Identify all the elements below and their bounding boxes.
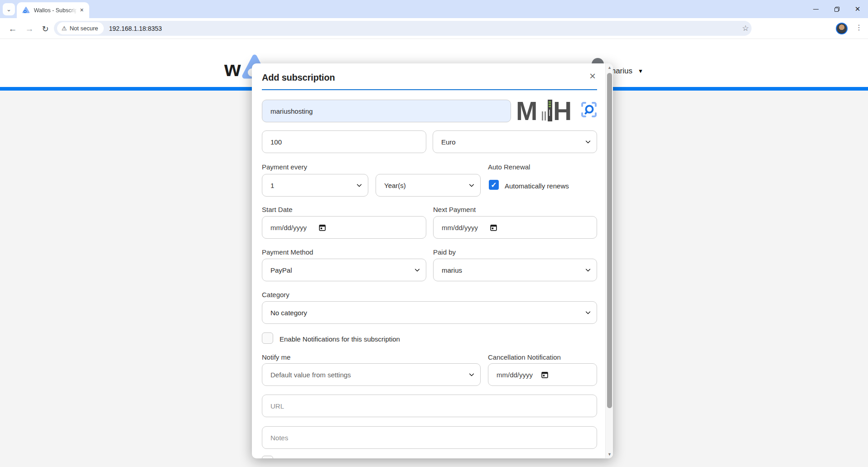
frequency-select[interactable]: 1 — [262, 174, 368, 197]
check-icon: ✓ — [491, 181, 497, 189]
restore-button[interactable] — [826, 0, 847, 18]
date-placeholder: mm/dd/yyyy — [442, 224, 478, 231]
subscription-name-input[interactable] — [262, 100, 511, 122]
browser-frame: ⌄ Wallos - Subscript × — ✕ — [0, 0, 868, 18]
modal-title-underline — [262, 89, 597, 90]
modal-title: Add subscription — [262, 72, 335, 83]
cancellation-date-input[interactable]: mm/dd/yyyy — [488, 363, 597, 386]
category-value: No category — [270, 309, 307, 317]
url-input[interactable] — [262, 395, 597, 417]
active-tab[interactable]: Wallos - Subscript × — [17, 2, 89, 18]
currency-value: Euro — [441, 138, 456, 146]
back-button[interactable]: ← — [6, 23, 19, 35]
payment-method-value: PayPal — [270, 266, 292, 274]
calendar-icon[interactable] — [490, 224, 497, 231]
category-label: Category — [262, 291, 289, 298]
mariushosting-logo: M H — [517, 100, 577, 121]
bookmark-star-icon[interactable]: ☆ — [742, 24, 749, 33]
add-subscription-modal: Add subscription × M H Euro — [252, 63, 613, 458]
security-chip[interactable]: ⚠ Not secure — [57, 22, 104, 34]
user-menu-caret-icon: ▼ — [638, 68, 643, 74]
reload-icon: ↻ — [42, 24, 48, 34]
close-window-button[interactable]: ✕ — [847, 0, 868, 18]
cancellation-label: Cancellation Notification — [488, 353, 561, 361]
tab-title: Wallos - Subscript — [34, 7, 78, 14]
security-label: Not secure — [70, 25, 98, 32]
category-select[interactable]: No category — [262, 301, 597, 324]
start-date-label: Start Date — [262, 206, 293, 213]
image-search-icon[interactable] — [581, 101, 597, 118]
wallos-logo-letter: w — [224, 56, 241, 81]
url-port: :8353 — [146, 25, 162, 32]
scroll-up-icon[interactable]: ▲ — [606, 65, 613, 70]
notify-me-value: Default value from settings — [270, 371, 351, 379]
chevron-down-icon — [585, 309, 590, 314]
svg-text:H: H — [553, 100, 572, 121]
tab-search-button[interactable]: ⌄ — [3, 3, 15, 15]
profile-avatar[interactable] — [836, 23, 848, 34]
date-placeholder: mm/dd/yyyy — [270, 224, 307, 231]
user-menu[interactable]: marius ▼ — [609, 67, 643, 76]
paid-by-label: Paid by — [433, 248, 456, 256]
svg-text:M: M — [517, 100, 537, 121]
screen: ⌄ Wallos - Subscript × — ✕ ← → ↻ ⚠ Not s… — [0, 0, 868, 467]
payment-every-label: Payment every — [262, 163, 307, 171]
cycle-select[interactable]: Year(s) — [376, 174, 481, 197]
window-controls: — ✕ — [805, 0, 868, 18]
calendar-icon[interactable] — [541, 371, 549, 379]
next-payment-label: Next Payment — [433, 206, 476, 213]
chevron-down-icon — [585, 139, 590, 144]
minimize-icon: — — [813, 6, 819, 12]
back-icon: ← — [9, 24, 17, 34]
reload-button[interactable]: ↻ — [39, 23, 52, 35]
warning-icon: ⚠ — [62, 25, 67, 32]
chevron-down-icon — [357, 182, 362, 187]
address-bar[interactable]: ⚠ Not secure 192.168.1.18:8353 — [54, 21, 752, 36]
price-input[interactable] — [262, 130, 426, 153]
currency-select[interactable]: Euro — [433, 130, 597, 153]
chevron-down-icon — [585, 267, 590, 272]
url-host: 192.168.1.18 — [109, 25, 146, 32]
modal-close-icon[interactable]: × — [586, 70, 599, 82]
forward-button[interactable]: → — [23, 23, 36, 35]
notify-me-select[interactable]: Default value from settings — [262, 363, 481, 386]
restore-icon — [834, 7, 839, 12]
payment-method-select[interactable]: PayPal — [262, 259, 426, 281]
scroll-down-icon[interactable]: ▼ — [606, 452, 613, 457]
calendar-icon[interactable] — [318, 224, 326, 231]
enable-notifications-checkbox[interactable] — [262, 332, 273, 344]
notify-me-label: Notify me — [262, 353, 290, 361]
auto-renew-checkbox-label: Automatically renews — [505, 182, 569, 190]
paid-by-select[interactable]: marius — [433, 259, 597, 281]
cycle-value: Year(s) — [384, 182, 406, 189]
chevron-down-icon — [469, 182, 474, 187]
cutoff-checkbox[interactable] — [262, 456, 273, 458]
minimize-button[interactable]: — — [805, 0, 826, 18]
forward-icon: → — [25, 24, 34, 34]
notes-input[interactable] — [262, 426, 597, 449]
payment-method-label: Payment Method — [262, 248, 313, 256]
chevron-down-icon — [469, 371, 474, 376]
chevron-down-icon — [415, 267, 420, 272]
date-placeholder: mm/dd/yyyy — [497, 371, 533, 379]
kebab-menu-icon[interactable]: ⋮ — [855, 23, 863, 32]
enable-notifications-label: Enable Notifications for this subscripti… — [280, 335, 400, 343]
auto-renew-checkbox[interactable]: ✓ — [489, 180, 499, 190]
paid-by-value: marius — [442, 266, 462, 274]
start-date-input[interactable]: mm/dd/yyyy — [262, 216, 426, 239]
modal-scrollbar[interactable]: ▲ ▼ — [605, 63, 613, 458]
tab-close-icon[interactable]: × — [78, 6, 86, 14]
next-payment-input[interactable]: mm/dd/yyyy — [433, 216, 597, 239]
wallos-favicon — [22, 7, 30, 14]
scrollbar-thumb[interactable] — [607, 73, 612, 408]
close-icon: ✕ — [855, 5, 861, 13]
chevron-down-icon: ⌄ — [6, 6, 11, 13]
auto-renewal-label: Auto Renewal — [488, 163, 530, 171]
frequency-value: 1 — [270, 182, 274, 189]
